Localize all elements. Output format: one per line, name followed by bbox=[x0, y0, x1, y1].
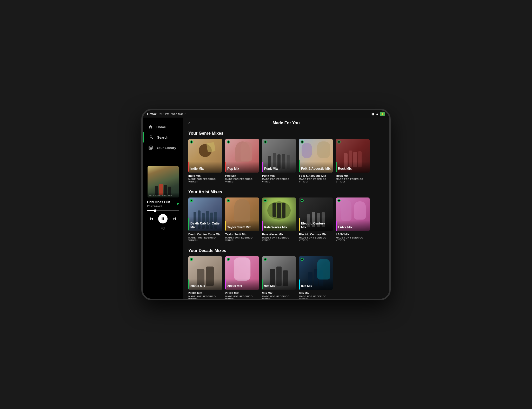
card-subtitle-folk: MADE FOR FEDERICO VITICCI bbox=[299, 178, 333, 183]
card-label-text-80s: 80s Mix bbox=[301, 284, 312, 288]
card-image-2000s: 2000s Mix bbox=[188, 256, 222, 290]
card-label-folk: Folk & Acoustic Mix bbox=[299, 162, 333, 173]
spotify-dot-pop bbox=[227, 140, 230, 144]
card-label-text-dcfc: Death Cab for Cutie Mix bbox=[190, 222, 220, 229]
card-image-folk: Folk & Acoustic Mix bbox=[299, 139, 333, 173]
battery-icon: ⚡ bbox=[380, 112, 385, 116]
extra-controls bbox=[161, 226, 166, 231]
card-pop-mix[interactable]: Pop Mix Pop Mix MADE FOR FEDERICO VITICC… bbox=[225, 139, 259, 183]
genre-mixes-section: Your Genre Mixes Indie Mix bbox=[183, 128, 389, 187]
card-label-text-2010s: 2010s Mix bbox=[227, 284, 242, 288]
card-80s-mix[interactable]: 80s Mix 80s Mix MADE FOR FEDERICO VITICC… bbox=[299, 256, 333, 299]
time-label: 3:13 PM bbox=[159, 112, 169, 115]
card-subtitle-dcfc: MADE FOR FEDERICO VITICCI bbox=[188, 236, 222, 242]
browser-label: Firefox bbox=[147, 112, 157, 115]
card-label-text-2000s: 2000s Mix bbox=[190, 284, 205, 288]
sidebar-item-search[interactable]: Search bbox=[143, 132, 183, 142]
artist-mixes-row: Death Cab for Cutie Mix Death Cab for Cu… bbox=[188, 197, 384, 242]
card-label-2000s: 2000s Mix bbox=[188, 279, 222, 290]
card-2010s-mix[interactable]: 2010s Mix 2010s Mix MADE FOR FEDERICO VI… bbox=[225, 256, 259, 299]
card-swift-mix[interactable]: Taylor Swift Mix Taylor Swift Mix MADE F… bbox=[225, 197, 259, 242]
card-label-text-indie: Indie Mix bbox=[190, 167, 204, 171]
player-area: PALE WAVES WHO AM I Odd Ones Out Pale Wa… bbox=[143, 162, 183, 299]
track-name: Odd Ones Out bbox=[147, 200, 170, 204]
artist-mixes-section: Your Artist Mixes bbox=[183, 187, 389, 246]
card-label-punk: Punk Mix bbox=[262, 162, 296, 173]
card-2000s-mix[interactable]: 2000s Mix 2000s Mix MADE FOR FEDERICO VI… bbox=[188, 256, 222, 299]
date-label: Wed Mar 31 bbox=[171, 112, 187, 115]
card-image-indie: Indie Mix bbox=[188, 139, 222, 173]
progress-knob[interactable] bbox=[154, 209, 156, 212]
card-label-text-lany: LANY Mix bbox=[338, 226, 353, 229]
card-image-rock: Rock Mix bbox=[336, 139, 370, 173]
search-label: Search bbox=[157, 135, 168, 139]
card-subtitle-punk: MADE FOR FEDERICO VITICCI bbox=[262, 178, 296, 183]
spotify-dot-indie bbox=[190, 140, 193, 144]
card-label-indie: Indie Mix bbox=[188, 162, 222, 173]
card-title-90s: 90s Mix bbox=[262, 291, 296, 295]
card-dcfc-mix[interactable]: Death Cab for Cutie Mix Death Cab for Cu… bbox=[188, 197, 222, 242]
card-label-text-rock: Rock Mix bbox=[338, 167, 352, 171]
card-label-90s: 90s Mix bbox=[262, 279, 296, 290]
card-label-text-swift: Taylor Swift Mix bbox=[227, 226, 251, 229]
decade-mixes-title: Your Decade Mixes bbox=[188, 248, 384, 253]
queue-icon[interactable] bbox=[161, 226, 166, 231]
artist-mixes-title: Your Artist Mixes bbox=[188, 190, 384, 194]
card-subtitle-2010s: MADE FOR FEDERICO VITICCI bbox=[225, 295, 259, 299]
card-rock-mix[interactable]: Rock Mix Rock Mix MADE FOR FEDERICO VITI… bbox=[336, 139, 370, 183]
card-label-text-electriccentury: Electric Century Mix bbox=[301, 222, 331, 229]
sidebar-item-library[interactable]: Your Library bbox=[143, 142, 183, 153]
library-label: Your Library bbox=[156, 146, 176, 150]
genre-mixes-title: Your Genre Mixes bbox=[188, 131, 384, 136]
spotify-dot-palewaves bbox=[264, 199, 267, 202]
status-right: ▮▮ ▲ ⚡ bbox=[371, 112, 385, 116]
decade-mixes-row: 2000s Mix 2000s Mix MADE FOR FEDERICO VI… bbox=[188, 256, 384, 299]
next-button[interactable] bbox=[172, 216, 177, 221]
heart-icon[interactable]: ♥ bbox=[177, 202, 179, 206]
card-label-pop: Pop Mix bbox=[225, 162, 259, 173]
card-subtitle-swift: MADE FOR FEDERICO VITICCI bbox=[225, 236, 259, 242]
card-title-rock: Rock Mix bbox=[336, 174, 370, 177]
card-punk-mix[interactable]: Punk Mix Punk Mix MADE FOR FEDERICO VITI… bbox=[262, 139, 296, 183]
status-bar: Firefox 3:13 PM Wed Mar 31 ▮▮ ▲ ⚡ bbox=[143, 110, 389, 118]
spotify-dot-2000s bbox=[190, 258, 193, 261]
card-subtitle-palewaves: MADE FOR FEDERICO VITICCI bbox=[262, 236, 296, 242]
sidebar-item-home[interactable]: Home bbox=[143, 122, 183, 132]
progress-bar[interactable] bbox=[147, 210, 179, 211]
card-image-pop: Pop Mix bbox=[225, 139, 259, 173]
card-90s-mix[interactable]: 90s Mix 90s Mix MADE FOR FEDERICO VITICC… bbox=[262, 256, 296, 299]
card-image-swift: Taylor Swift Mix bbox=[225, 197, 259, 231]
back-button[interactable]: ‹ bbox=[188, 120, 190, 126]
album-overlay: PALE WAVES WHO AM I bbox=[148, 193, 179, 197]
card-lany-mix[interactable]: LANY Mix LANY Mix MADE FOR FEDERICO VITI… bbox=[336, 197, 370, 242]
main-content[interactable]: ‹ Made For You Your Genre Mixes bbox=[183, 118, 389, 299]
card-label-palewaves: Pale Waves Mix bbox=[262, 220, 296, 231]
spotify-dot-rock bbox=[337, 140, 341, 144]
card-image-electriccentury: Electric Century Mix bbox=[299, 197, 333, 231]
decade-mixes-section: Your Decade Mixes bbox=[183, 246, 389, 299]
sidebar: Home Search Your Library bbox=[143, 118, 183, 299]
page-title: Made For You bbox=[272, 121, 300, 125]
app-content: Home Search Your Library bbox=[143, 118, 389, 299]
spotify-dot-80s bbox=[301, 258, 304, 261]
card-label-text-palewaves: Pale Waves Mix bbox=[264, 226, 287, 229]
card-subtitle-pop: MADE FOR FEDERICO VITICCI bbox=[225, 178, 259, 183]
search-icon bbox=[149, 135, 154, 140]
card-title-folk: Folk & Acoustic Mix bbox=[299, 174, 333, 177]
track-artist: Pale Waves bbox=[147, 204, 170, 208]
card-indie-mix[interactable]: Indie Mix Indie Mix MADE FOR FEDERICO VI… bbox=[188, 139, 222, 183]
card-electriccentury-mix[interactable]: Electric Century Mix Electric Century Mi… bbox=[299, 197, 333, 242]
card-subtitle-rock: MADE FOR FEDERICO VITICCI bbox=[336, 178, 370, 183]
card-image-palewaves: Pale Waves Mix bbox=[262, 197, 296, 231]
card-title-palewaves: Pale Waves Mix bbox=[262, 233, 296, 236]
card-label-text-pop: Pop Mix bbox=[227, 167, 239, 171]
play-pause-button[interactable] bbox=[158, 214, 168, 223]
card-image-punk: Punk Mix bbox=[262, 139, 296, 173]
card-folk-mix[interactable]: Folk & Acoustic Mix Folk & Acoustic Mix … bbox=[299, 139, 333, 183]
card-title-lany: LANY Mix bbox=[336, 233, 370, 236]
genre-mixes-row: Indie Mix Indie Mix MADE FOR FEDERICO VI… bbox=[188, 139, 384, 183]
card-palewaves-mix[interactable]: Pale Waves Mix Pale Waves Mix MADE FOR F… bbox=[262, 197, 296, 242]
playback-controls bbox=[147, 214, 179, 223]
spotify-dot-swift bbox=[227, 199, 230, 202]
prev-button[interactable] bbox=[149, 216, 154, 221]
